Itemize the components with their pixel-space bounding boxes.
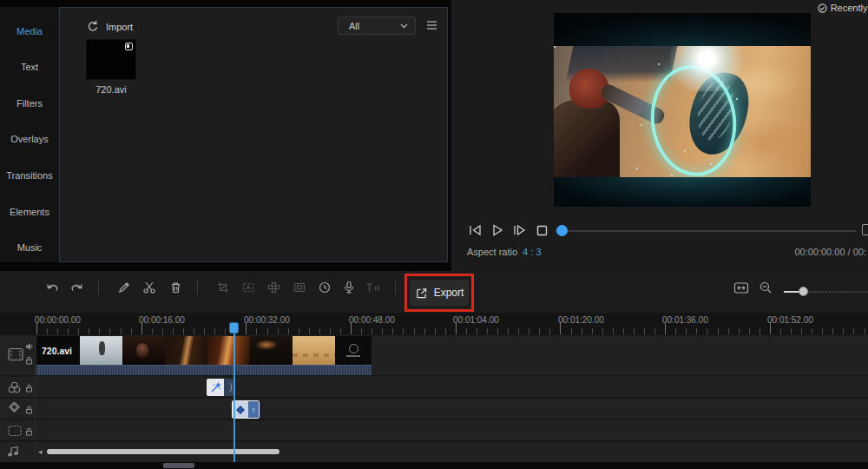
elements-track-icon (7, 424, 23, 438)
crop-icon[interactable] (215, 280, 231, 295)
sidebar-item-music[interactable]: Music (0, 242, 59, 253)
check-circle-icon (818, 3, 827, 13)
clip-thumbnail-logo (335, 336, 372, 365)
video-clip-720avi[interactable]: 720.avi (36, 336, 372, 375)
overlay-clip-tail: ↑ (248, 401, 259, 418)
toolbar-divider (395, 281, 396, 294)
sidebar-item-media[interactable]: Media (0, 26, 59, 36)
sidebar-item-filters[interactable]: Filters (0, 98, 59, 109)
clip-thumbnail (165, 336, 207, 365)
media-filter-dropdown[interactable]: All (338, 17, 416, 35)
previous-frame-button[interactable] (465, 221, 484, 240)
freeze-frame-icon[interactable] (240, 280, 256, 295)
duration-icon[interactable] (317, 280, 332, 295)
video-track-icon (7, 347, 24, 362)
video-frame-art (554, 46, 811, 177)
media-filter-value: All (349, 21, 359, 31)
export-label: Export (434, 287, 464, 299)
fit-timeline-icon[interactable] (733, 280, 749, 295)
video-file-badge-icon (125, 43, 133, 50)
up-arrow-icon: ↑ (252, 406, 256, 414)
filter-clip[interactable] (207, 379, 233, 396)
picture-frame-icon[interactable] (292, 280, 307, 295)
overlay-clip-selected[interactable]: ↑ (232, 400, 260, 419)
chevron-down-icon (400, 23, 408, 29)
sidebar-item-overlays[interactable]: Overlays (0, 134, 59, 144)
letterbox-top (554, 13, 811, 46)
overlay-track-icon (7, 402, 22, 416)
timeline-ruler[interactable]: 00:00:00.00 00:00:16.00 00:00:32.00 00:0… (0, 313, 868, 335)
media-content-panel: Import All 720.avi (59, 7, 448, 262)
window-scrollbar-thumb[interactable] (163, 463, 194, 468)
filter-clip-tail (224, 379, 233, 396)
edit-icon[interactable] (116, 280, 132, 295)
filter-track (0, 377, 868, 398)
fullscreen-icon[interactable] (862, 224, 868, 235)
lock-icon[interactable] (25, 356, 33, 365)
overlay-diamond-icon (233, 401, 248, 418)
undo-icon[interactable] (44, 280, 60, 295)
aspect-ratio-label: Aspect ratio (467, 247, 517, 257)
media-item-name: 720.avi (76, 84, 147, 95)
preview-status-row: Aspect ratio4 : 3 00:00:00.00 / 00: (467, 247, 868, 257)
preview-panel: Recently s (451, 0, 868, 271)
lock-icon[interactable] (25, 427, 33, 436)
mosaic-icon[interactable] (266, 280, 281, 295)
timeline-toolbar: Export (0, 271, 868, 313)
recently-saved-label: Recently s (831, 3, 868, 13)
clip-thumbnail (293, 336, 335, 365)
playhead-handle[interactable] (229, 322, 239, 334)
clip-audio-waveform (36, 365, 372, 375)
stop-button[interactable] (532, 221, 551, 240)
magic-wand-icon (207, 379, 224, 396)
import-button[interactable]: Import (86, 20, 133, 33)
video-preview[interactable] (554, 13, 811, 207)
next-frame-button[interactable] (510, 221, 529, 240)
preview-timecode: 00:00:00.00 / 00: (794, 247, 866, 257)
sidebar-item-text[interactable]: Text (0, 62, 59, 72)
seek-handle[interactable] (556, 225, 568, 236)
zoom-out-icon[interactable] (758, 280, 773, 295)
list-view-icon[interactable] (424, 19, 438, 31)
aspect-ratio-value[interactable]: 4 : 3 (523, 247, 541, 257)
redo-icon[interactable] (69, 280, 84, 295)
app-window: Media Text Filters Overlays Transitions … (0, 0, 868, 469)
ruler-ticks-major (36, 323, 868, 334)
recently-saved-status: Recently s (818, 3, 868, 13)
elements-track (0, 420, 868, 441)
timeline-tracks: 720.avi (0, 335, 868, 462)
delete-icon[interactable] (168, 280, 183, 295)
clip-thumbnail (122, 336, 165, 365)
scroll-left-arrow[interactable]: ◂ (38, 448, 43, 456)
sidebar: Media Text Filters Overlays Transitions … (0, 7, 59, 262)
music-track-icon (7, 446, 21, 458)
track-header-divider (35, 335, 36, 462)
split-icon[interactable] (141, 280, 157, 295)
music-track: ◂ (0, 442, 868, 462)
video-track: 720.avi (0, 335, 868, 376)
clip-thumbnail (250, 336, 293, 365)
sidebar-item-transitions[interactable]: Transitions (0, 170, 59, 181)
clip-name-label: 720.avi (36, 336, 80, 365)
clip-thumbnail (207, 336, 250, 365)
lock-icon[interactable] (25, 384, 33, 393)
mute-icon[interactable] (25, 342, 34, 351)
overlay-track: ↑ (0, 399, 868, 419)
timeline-horizontal-scrollbar[interactable] (47, 449, 279, 454)
sidebar-item-elements[interactable]: Elements (0, 207, 59, 217)
media-item-thumbnail[interactable] (86, 39, 136, 80)
export-icon (415, 287, 428, 300)
import-label: Import (106, 22, 133, 32)
seek-bar[interactable] (556, 230, 856, 232)
toolbar-divider (98, 281, 99, 294)
letterbox-bottom (554, 177, 811, 207)
timeline-zoom-handle[interactable] (799, 287, 808, 296)
text-to-speech-icon[interactable] (365, 280, 380, 295)
voiceover-icon[interactable] (341, 280, 357, 295)
media-library-panel: Media Text Filters Overlays Transitions … (0, 0, 449, 271)
toolbar-divider (197, 281, 198, 294)
play-button[interactable] (488, 221, 507, 240)
lock-icon[interactable] (25, 406, 33, 414)
filter-track-icon (7, 380, 22, 394)
export-button[interactable]: Export (410, 280, 469, 306)
